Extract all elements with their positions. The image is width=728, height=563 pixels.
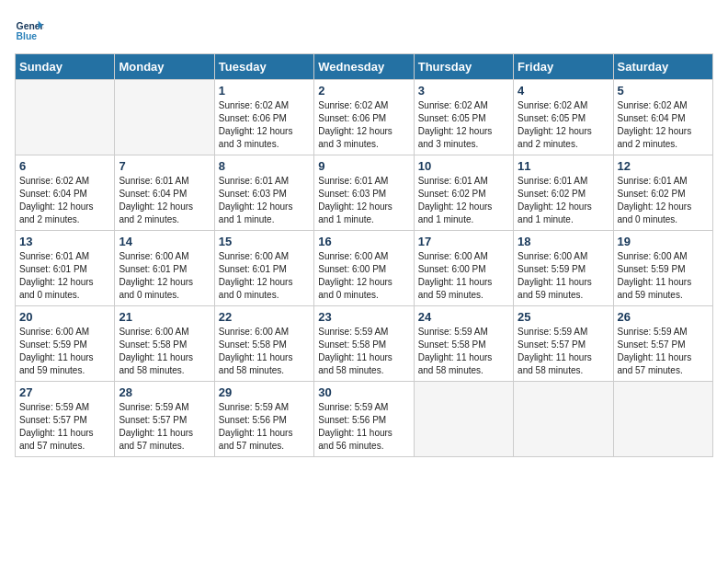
day-number: 18 — [518, 235, 609, 248]
calendar-day-cell — [514, 382, 613, 457]
day-info: Sunrise: 5:59 AM Sunset: 5:57 PM Dayligh… — [119, 401, 210, 453]
day-number: 2 — [318, 84, 409, 98]
day-number: 17 — [418, 235, 509, 248]
calendar-day-cell: 18Sunrise: 6:00 AM Sunset: 5:59 PM Dayli… — [514, 231, 613, 306]
calendar-day-cell: 8Sunrise: 6:01 AM Sunset: 6:03 PM Daylig… — [214, 155, 313, 231]
day-number: 4 — [518, 84, 609, 98]
day-number: 23 — [318, 310, 409, 324]
weekday-header-cell: Wednesday — [314, 54, 414, 80]
day-info: Sunrise: 6:00 AM Sunset: 5:59 PM Dayligh… — [518, 250, 609, 302]
day-info: Sunrise: 5:59 AM Sunset: 5:58 PM Dayligh… — [418, 326, 509, 377]
logo-icon: General Blue — [15, 15, 44, 44]
day-info: Sunrise: 5:59 AM Sunset: 5:57 PM Dayligh… — [618, 326, 709, 377]
day-info: Sunrise: 6:00 AM Sunset: 5:59 PM Dayligh… — [19, 326, 110, 377]
day-number: 20 — [19, 310, 110, 324]
day-info: Sunrise: 6:00 AM Sunset: 6:00 PM Dayligh… — [318, 250, 409, 302]
day-info: Sunrise: 5:59 AM Sunset: 5:57 PM Dayligh… — [518, 326, 609, 377]
calendar-day-cell: 7Sunrise: 6:01 AM Sunset: 6:04 PM Daylig… — [115, 155, 214, 231]
calendar-day-cell: 9Sunrise: 6:01 AM Sunset: 6:03 PM Daylig… — [314, 155, 414, 231]
calendar-week-row: 1Sunrise: 6:02 AM Sunset: 6:06 PM Daylig… — [16, 80, 713, 155]
day-number: 9 — [318, 159, 409, 173]
calendar-day-cell: 1Sunrise: 6:02 AM Sunset: 6:06 PM Daylig… — [214, 80, 313, 155]
svg-text:Blue: Blue — [17, 31, 38, 41]
calendar-day-cell: 15Sunrise: 6:00 AM Sunset: 6:01 PM Dayli… — [214, 231, 313, 306]
header: General Blue — [15, 15, 713, 44]
day-info: Sunrise: 6:00 AM Sunset: 5:59 PM Dayligh… — [618, 250, 709, 302]
day-number: 19 — [618, 235, 709, 248]
weekday-header-cell: Saturday — [613, 54, 712, 80]
calendar-body: 1Sunrise: 6:02 AM Sunset: 6:06 PM Daylig… — [16, 80, 713, 457]
day-info: Sunrise: 6:01 AM Sunset: 6:03 PM Dayligh… — [219, 175, 310, 226]
day-number: 29 — [219, 385, 310, 399]
day-info: Sunrise: 6:02 AM Sunset: 6:04 PM Dayligh… — [19, 175, 110, 226]
weekday-header-cell: Sunday — [16, 54, 115, 80]
day-info: Sunrise: 6:02 AM Sunset: 6:06 PM Dayligh… — [219, 99, 310, 151]
day-info: Sunrise: 6:02 AM Sunset: 6:05 PM Dayligh… — [418, 99, 509, 151]
calendar-day-cell: 28Sunrise: 5:59 AM Sunset: 5:57 PM Dayli… — [115, 382, 214, 457]
day-info: Sunrise: 6:01 AM Sunset: 6:03 PM Dayligh… — [318, 175, 409, 226]
day-number: 13 — [19, 235, 110, 248]
day-number: 7 — [119, 159, 210, 173]
weekday-header-cell: Friday — [514, 54, 613, 80]
calendar-day-cell: 30Sunrise: 5:59 AM Sunset: 5:56 PM Dayli… — [314, 382, 414, 457]
calendar-day-cell: 22Sunrise: 6:00 AM Sunset: 5:58 PM Dayli… — [214, 306, 313, 382]
day-number: 6 — [19, 159, 110, 173]
day-info: Sunrise: 6:02 AM Sunset: 6:06 PM Dayligh… — [318, 99, 409, 151]
day-number: 30 — [318, 385, 409, 399]
day-info: Sunrise: 5:59 AM Sunset: 5:58 PM Dayligh… — [318, 326, 409, 377]
weekday-header-row: SundayMondayTuesdayWednesdayThursdayFrid… — [16, 54, 713, 80]
day-info: Sunrise: 6:00 AM Sunset: 6:00 PM Dayligh… — [418, 250, 509, 302]
calendar-day-cell: 16Sunrise: 6:00 AM Sunset: 6:00 PM Dayli… — [314, 231, 414, 306]
day-number: 21 — [119, 310, 210, 324]
calendar-day-cell: 20Sunrise: 6:00 AM Sunset: 5:59 PM Dayli… — [16, 306, 115, 382]
calendar-day-cell — [414, 382, 513, 457]
calendar-day-cell: 3Sunrise: 6:02 AM Sunset: 6:05 PM Daylig… — [414, 80, 513, 155]
day-info: Sunrise: 6:01 AM Sunset: 6:04 PM Dayligh… — [119, 175, 210, 226]
calendar-day-cell: 25Sunrise: 5:59 AM Sunset: 5:57 PM Dayli… — [514, 306, 613, 382]
day-info: Sunrise: 6:02 AM Sunset: 6:05 PM Dayligh… — [518, 99, 609, 151]
calendar-day-cell — [613, 382, 712, 457]
calendar-day-cell: 5Sunrise: 6:02 AM Sunset: 6:04 PM Daylig… — [613, 80, 712, 155]
day-number: 8 — [219, 159, 310, 173]
day-number: 11 — [518, 159, 609, 173]
calendar-day-cell: 23Sunrise: 5:59 AM Sunset: 5:58 PM Dayli… — [314, 306, 414, 382]
day-info: Sunrise: 5:59 AM Sunset: 5:57 PM Dayligh… — [19, 401, 110, 453]
day-info: Sunrise: 6:01 AM Sunset: 6:01 PM Dayligh… — [19, 250, 110, 302]
weekday-header-cell: Monday — [115, 54, 214, 80]
calendar-day-cell: 10Sunrise: 6:01 AM Sunset: 6:02 PM Dayli… — [414, 155, 513, 231]
day-info: Sunrise: 6:00 AM Sunset: 5:58 PM Dayligh… — [219, 326, 310, 377]
calendar-day-cell — [16, 80, 115, 155]
calendar-table: SundayMondayTuesdayWednesdayThursdayFrid… — [15, 53, 713, 457]
calendar-week-row: 27Sunrise: 5:59 AM Sunset: 5:57 PM Dayli… — [16, 382, 713, 457]
day-number: 22 — [219, 310, 310, 324]
day-info: Sunrise: 5:59 AM Sunset: 5:56 PM Dayligh… — [318, 401, 409, 453]
calendar-day-cell: 14Sunrise: 6:00 AM Sunset: 6:01 PM Dayli… — [115, 231, 214, 306]
calendar-week-row: 6Sunrise: 6:02 AM Sunset: 6:04 PM Daylig… — [16, 155, 713, 231]
calendar-day-cell: 12Sunrise: 6:01 AM Sunset: 6:02 PM Dayli… — [613, 155, 712, 231]
day-info: Sunrise: 6:00 AM Sunset: 6:01 PM Dayligh… — [119, 250, 210, 302]
day-number: 10 — [418, 159, 509, 173]
day-number: 5 — [618, 84, 709, 98]
day-number: 24 — [418, 310, 509, 324]
calendar-day-cell: 19Sunrise: 6:00 AM Sunset: 5:59 PM Dayli… — [613, 231, 712, 306]
day-info: Sunrise: 6:01 AM Sunset: 6:02 PM Dayligh… — [418, 175, 509, 226]
day-number: 15 — [219, 235, 310, 248]
day-info: Sunrise: 6:01 AM Sunset: 6:02 PM Dayligh… — [518, 175, 609, 226]
calendar-day-cell: 11Sunrise: 6:01 AM Sunset: 6:02 PM Dayli… — [514, 155, 613, 231]
day-info: Sunrise: 6:00 AM Sunset: 5:58 PM Dayligh… — [119, 326, 210, 377]
logo: General Blue — [15, 15, 44, 44]
calendar-day-cell: 27Sunrise: 5:59 AM Sunset: 5:57 PM Dayli… — [16, 382, 115, 457]
day-number: 12 — [618, 159, 709, 173]
day-number: 14 — [119, 235, 210, 248]
day-info: Sunrise: 6:00 AM Sunset: 6:01 PM Dayligh… — [219, 250, 310, 302]
calendar-day-cell: 17Sunrise: 6:00 AM Sunset: 6:00 PM Dayli… — [414, 231, 513, 306]
calendar-week-row: 13Sunrise: 6:01 AM Sunset: 6:01 PM Dayli… — [16, 231, 713, 306]
calendar-day-cell: 6Sunrise: 6:02 AM Sunset: 6:04 PM Daylig… — [16, 155, 115, 231]
day-number: 26 — [618, 310, 709, 324]
day-info: Sunrise: 6:01 AM Sunset: 6:02 PM Dayligh… — [618, 175, 709, 226]
day-info: Sunrise: 5:59 AM Sunset: 5:56 PM Dayligh… — [219, 401, 310, 453]
weekday-header-cell: Tuesday — [214, 54, 313, 80]
day-info: Sunrise: 6:02 AM Sunset: 6:04 PM Dayligh… — [618, 99, 709, 151]
calendar-day-cell — [115, 80, 214, 155]
calendar-week-row: 20Sunrise: 6:00 AM Sunset: 5:59 PM Dayli… — [16, 306, 713, 382]
